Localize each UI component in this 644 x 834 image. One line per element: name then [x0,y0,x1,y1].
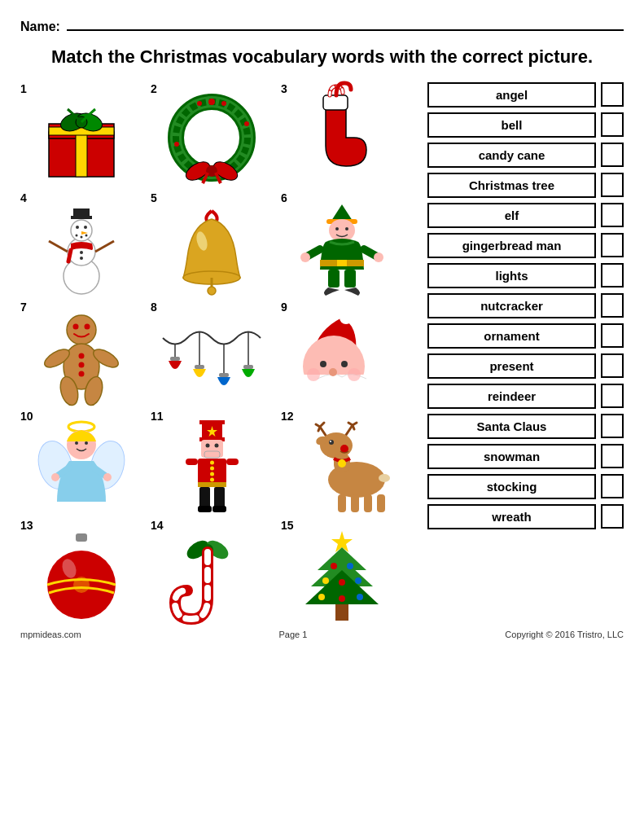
svg-rect-116 [351,494,359,512]
svg-point-10 [208,99,215,105]
name-label: Name: [20,20,60,34]
elf-image [289,204,395,294]
svg-point-47 [300,252,310,262]
svg-point-71 [340,311,353,324]
svg-rect-69 [243,365,253,369]
name-line: Name: [20,16,624,34]
svg-point-73 [320,361,326,367]
svg-point-32 [80,257,83,260]
svg-point-140 [357,594,363,600]
svg-point-12 [197,101,202,106]
svg-point-77 [329,368,337,376]
svg-point-61 [79,371,85,376]
word-row: elf [427,203,624,228]
lights-image [159,314,265,403]
word-box-Santa-Claus: Santa Claus [427,414,596,439]
word-row: nutcracker [427,293,624,318]
answer-box-present[interactable] [601,353,624,378]
svg-point-29 [85,234,88,236]
word-box-Christmas-tree: Christmas tree [427,173,596,198]
svg-rect-18 [323,95,348,110]
svg-point-58 [85,323,90,329]
svg-point-119 [379,474,390,482]
cell-number-11: 11 [151,410,164,423]
answer-box-stocking[interactable] [601,474,624,498]
word-row: lights [427,263,624,288]
svg-point-120 [338,459,346,467]
page-title: Match the Christmas vocabulary words wit… [20,46,624,69]
word-box-present: present [427,353,596,379]
svg-rect-101 [198,482,226,487]
pictures-section: 1 [20,82,419,621]
cell-number-7: 7 [20,301,27,314]
answer-box-wreath[interactable] [601,504,624,529]
picture-cell-2: 2 [151,82,273,185]
svg-point-24 [76,226,79,229]
answer-box-candy-cane[interactable] [601,143,624,167]
svg-line-34 [95,241,114,252]
picture-cell-1: 1 [20,82,142,185]
cell-number-8: 8 [151,301,157,314]
answer-box-snowman[interactable] [601,444,624,468]
svg-rect-88 [199,420,225,424]
footer: mpmideas.com Page 1 Copyright © 2016 Tri… [20,630,624,639]
answer-box-nutcracker[interactable] [601,293,624,318]
word-box-gingerbread-man: gingerbread man [427,233,596,258]
svg-point-108 [320,432,353,459]
svg-point-37 [208,287,216,295]
word-box-angel: angel [427,82,596,108]
answer-box-Christmas-tree[interactable] [601,173,624,197]
picture-cell-3: 3 [281,82,403,185]
svg-point-60 [79,362,85,367]
answer-box-reindeer[interactable] [601,384,624,408]
svg-point-82 [75,441,78,445]
svg-rect-107 [226,459,239,465]
snowman-image [28,204,134,294]
svg-point-51 [67,315,96,345]
cell-number-6: 6 [281,191,287,204]
svg-point-99 [210,472,214,476]
cell-number-2: 2 [151,82,157,95]
svg-point-25 [84,226,87,229]
answer-box-lights[interactable] [601,263,624,288]
pictures-grid: 1 [20,82,419,621]
picture-cell-11: 11 [151,410,273,512]
candy-cane-image [159,532,265,621]
svg-point-40 [329,219,355,242]
svg-rect-67 [195,365,204,369]
svg-rect-49 [328,270,340,288]
word-row: wreath [427,504,624,529]
word-box-bell: bell [427,112,596,138]
christmas-tree-image [289,532,395,621]
word-box-snowman: snowman [427,444,596,469]
name-input-line[interactable] [67,16,624,31]
answer-box-gingerbread-man[interactable] [601,233,624,257]
ornament-image [28,532,134,621]
svg-point-139 [339,595,345,602]
word-row: snowman [427,444,624,469]
picture-cell-8: 8 [151,301,273,403]
reindeer-image [289,423,395,512]
svg-point-31 [80,251,83,254]
picture-cell-12: 12 [281,410,403,512]
cell-number-5: 5 [151,191,157,204]
answer-box-bell[interactable] [601,112,624,137]
svg-point-86 [51,473,59,481]
answer-box-elf[interactable] [601,203,624,227]
svg-point-136 [339,579,345,586]
words-section: angelbellcandy caneChristmas treeelfging… [427,82,624,621]
svg-rect-50 [344,270,356,288]
angel-image [28,423,134,512]
answer-box-Santa-Claus[interactable] [601,414,624,438]
stocking-image [289,95,395,185]
answer-box-ornament[interactable] [601,323,624,348]
svg-point-74 [341,361,348,367]
picture-cell-6: 6 [281,191,403,294]
word-row: reindeer [427,384,624,409]
footer-center: Page 1 [279,630,308,639]
svg-rect-117 [364,494,372,512]
cell-number-3: 3 [281,82,287,95]
picture-cell-7: 7 [20,301,142,403]
answer-box-angel[interactable] [601,82,624,107]
svg-point-87 [103,473,112,481]
